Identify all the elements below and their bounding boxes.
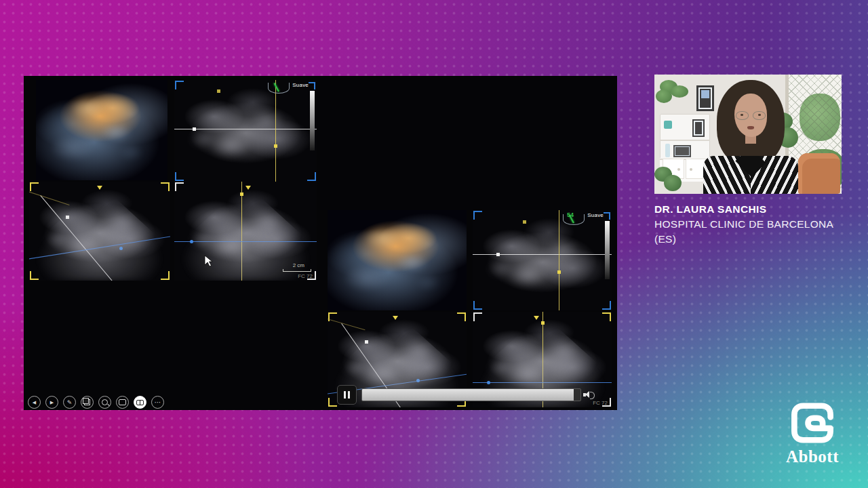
bracket-icon	[328, 312, 337, 321]
sound-wave-icon	[590, 392, 595, 399]
glasses-icon	[736, 111, 749, 120]
display-icon	[119, 399, 126, 405]
quad1-mpr-view[interactable]: Suave	[174, 80, 317, 182]
bracket-icon	[604, 212, 610, 220]
axis-handle-dot[interactable]	[119, 247, 123, 250]
axis-handle-dot[interactable]	[416, 379, 420, 382]
grayscale-bar	[605, 221, 610, 279]
bracket-icon	[175, 182, 184, 191]
quad1-3d-render-view[interactable]	[36, 80, 167, 180]
more-options-button[interactable]: ⋯	[151, 396, 164, 409]
smoothing-label: Suave	[292, 82, 309, 88]
axis-handle-dot[interactable]	[193, 127, 196, 131]
axis-handle-dot[interactable]	[274, 144, 277, 148]
snapshot-icon	[136, 400, 144, 405]
mpr-horizontal-axis-line[interactable]	[473, 254, 612, 255]
pause-icon	[348, 391, 350, 399]
speaker-affiliation: HOSPITAL CLINIC DE BARCELONA	[654, 217, 865, 232]
bracket-icon	[328, 398, 337, 407]
speaker-country: (ES)	[654, 232, 865, 247]
speaker-person	[699, 75, 802, 194]
axis-handle-dot[interactable]	[541, 321, 545, 325]
seek-bar[interactable]	[361, 388, 581, 401]
cut-plane-line[interactable]	[40, 195, 149, 281]
axis-handle-dot[interactable]	[487, 381, 490, 384]
orientation-arrow-icon	[245, 186, 251, 190]
abbott-logo-icon	[786, 399, 839, 447]
next-frame-button[interactable]: ▶	[45, 396, 58, 409]
speaker-webcam-video[interactable]	[654, 75, 842, 194]
heart-rate-label: FC 72	[298, 273, 313, 279]
video-player-controls	[337, 385, 614, 405]
axis-handle-dot[interactable]	[557, 270, 561, 274]
webinar-stage: Suave 2 cm FC 72	[0, 0, 868, 488]
axis-handle-dot[interactable]	[365, 340, 368, 344]
bracket-icon	[30, 182, 39, 191]
magnifier-icon	[102, 399, 108, 405]
mpr-horizontal-axis-line[interactable]	[174, 129, 317, 129]
bracket-icon	[30, 271, 39, 280]
mpr-vertical-axis-line[interactable]	[275, 80, 276, 182]
orientation-arrow-icon	[393, 316, 398, 320]
blue-plane-line[interactable]	[473, 382, 612, 383]
layers-icon	[84, 399, 90, 405]
mpr-vertical-axis-line[interactable]	[559, 210, 559, 310]
bracket-icon	[473, 312, 482, 321]
display-button[interactable]	[116, 396, 129, 409]
annotate-button[interactable]: ✎	[63, 396, 76, 409]
blue-plane-line[interactable]	[174, 241, 317, 242]
zoom-button[interactable]	[98, 396, 111, 409]
bracket-icon	[161, 182, 170, 191]
axis-handle-dot[interactable]	[240, 192, 243, 196]
layout-button[interactable]	[81, 396, 94, 409]
bracket-icon	[307, 172, 316, 181]
speaker-caption: DR. LAURA SANCHIS HOSPITAL CLINIC DE BAR…	[654, 202, 865, 247]
quad2-mpr-view[interactable]: 54 Suave	[473, 210, 612, 310]
orientation-arrow-icon	[534, 316, 539, 320]
bracket-icon	[175, 81, 184, 89]
bracket-icon	[457, 312, 466, 321]
abbott-wordmark: Abbott	[777, 447, 848, 466]
quad1-short-axis-view[interactable]: 2 cm FC 72	[174, 182, 317, 281]
viewer-toolbar: ◀ ▶ ✎ ⋯	[28, 396, 164, 409]
webcam-plant	[654, 163, 682, 194]
snapshot-button[interactable]	[134, 396, 146, 409]
plane-angle-value: 54	[567, 211, 574, 218]
webcam-plant	[656, 79, 691, 108]
previous-frame-button[interactable]: ◀	[28, 396, 41, 409]
abbott-branding: Abbott	[777, 399, 848, 466]
speaker-name: DR. LAURA SANCHIS	[654, 202, 865, 217]
bracket-icon	[602, 312, 611, 321]
pause-button[interactable]	[337, 385, 357, 405]
bracket-icon	[175, 172, 184, 181]
speaker-striped-shirt	[703, 156, 798, 194]
ellipsis-icon: ⋯	[155, 399, 161, 406]
smoothing-label: Suave	[587, 212, 604, 218]
bracket-icon	[473, 211, 482, 220]
pencil-icon: ✎	[67, 399, 73, 406]
grayscale-bar	[310, 91, 315, 150]
webcam-chair	[798, 153, 840, 194]
scale-label: 2 cm	[293, 262, 304, 268]
speaker-face	[734, 94, 767, 137]
bracket-icon	[161, 271, 170, 280]
axis-handle-dot[interactable]	[190, 240, 193, 243]
bracket-icon	[473, 301, 482, 310]
plane-angle-gauge-icon	[268, 83, 290, 94]
reference-line	[29, 190, 69, 205]
quad2-3d-render-view[interactable]	[328, 210, 467, 310]
bracket-icon	[602, 301, 611, 310]
glasses-icon	[753, 111, 766, 120]
blue-plane-line[interactable]	[29, 235, 170, 260]
quad1-long-axis-view[interactable]	[29, 182, 170, 281]
pause-icon	[344, 391, 346, 399]
bracket-icon	[309, 82, 315, 89]
axis-handle-dot[interactable]	[66, 216, 69, 219]
previous-icon: ◀	[33, 400, 36, 405]
axis-handle-dot[interactable]	[496, 253, 500, 256]
yellow-plane-line[interactable]	[241, 182, 242, 281]
echo-viewer-panel: Suave 2 cm FC 72	[24, 76, 617, 410]
volume-button[interactable]	[583, 390, 595, 399]
scale-bar	[283, 271, 311, 272]
bracket-icon	[307, 271, 316, 280]
